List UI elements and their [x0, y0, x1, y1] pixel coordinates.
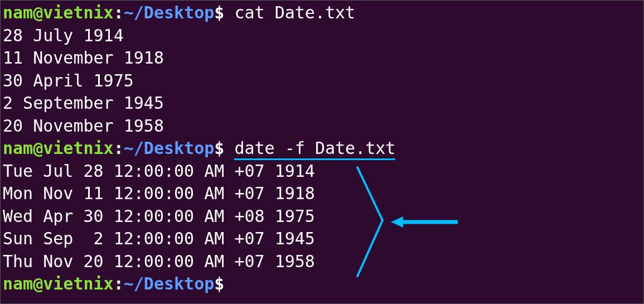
prompt-host: vietnix: [43, 138, 113, 158]
prompt-at: @: [33, 3, 43, 22]
prompt-colon: :: [114, 274, 124, 293]
command-date-space: [224, 138, 234, 158]
prompt-dollar: $: [214, 274, 224, 293]
prompt-colon: :: [114, 138, 124, 158]
date-output-line: Mon Nov 11 12:00:00 AM +07 1918: [3, 182, 641, 205]
command-date-text: date -f Date.txt: [234, 138, 395, 160]
prompt-dollar: $: [214, 138, 224, 158]
prompt-user: nam: [3, 3, 33, 22]
prompt-line-1[interactable]: nam@vietnix:~/Desktop$ cat Date.txt: [3, 2, 641, 25]
date-output-line: Sun Sep 2 12:00:00 AM +07 1945: [3, 228, 641, 250]
prompt-line-3[interactable]: nam@vietnix:~/Desktop$: [3, 273, 641, 296]
cat-output-line: 2 September 1945: [3, 92, 641, 115]
prompt-path: ~/Desktop: [124, 274, 215, 293]
date-output-line: Thu Nov 20 12:00:00 AM +07 1958: [3, 250, 641, 273]
date-output-line: Wed Apr 30 12:00:00 AM +08 1975: [3, 205, 641, 228]
prompt-colon: :: [114, 3, 124, 22]
prompt-at: @: [33, 274, 43, 293]
prompt-host: vietnix: [43, 3, 113, 22]
cat-output-line: 11 November 1918: [3, 47, 641, 70]
command-cat-text: cat Date.txt: [234, 3, 355, 22]
prompt-dollar: $: [214, 3, 224, 22]
cat-output-line: 30 April 1975: [3, 70, 641, 93]
prompt-line-2[interactable]: nam@vietnix:~/Desktop$ date -f Date.txt: [3, 137, 641, 160]
date-output-line: Tue Jul 28 12:00:00 AM +07 1914: [3, 160, 641, 183]
prompt-path: ~/Desktop: [124, 138, 215, 158]
prompt-path: ~/Desktop: [124, 3, 215, 22]
prompt-at: @: [33, 138, 43, 158]
cat-output-line: 20 November 1958: [3, 115, 641, 138]
prompt-user: nam: [3, 138, 33, 158]
prompt-user: nam: [3, 274, 33, 293]
cat-output-line: 28 July 1914: [3, 25, 641, 47]
command-cat: [224, 3, 234, 22]
prompt-host: vietnix: [43, 274, 113, 293]
